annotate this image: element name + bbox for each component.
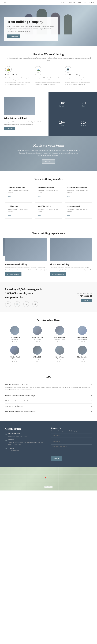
benefits-section: Team Building Benefits Increasing produc… [0,171,97,225]
social-in-0[interactable]: in [16,341,17,342]
service-name-2: Virtual teambuilding [65,74,92,76]
loved-right: Ready to speak with us? +1 213 333 66 55… [77,292,92,302]
loved-start-here-button[interactable]: Start Here [81,299,92,302]
experience-card-1: Virtual team building Lorem ipsum consec… [50,238,92,276]
social-fb-1[interactable]: f [35,341,35,342]
social-tw-5[interactable]: tw [36,360,38,362]
faq-item-3[interactable]: Who are your facilitators? ▾ [5,404,92,409]
hero-text: Lorem ipsum dolor sit amet, consectetur … [7,25,55,32]
benefit-text-2: Sample text. Click to select the Text El… [67,190,89,194]
form-input-0[interactable] [51,434,92,438]
social-fb-4[interactable]: f [12,360,13,362]
benefit-more-3[interactable]: more [8,214,11,216]
contact-submit-button[interactable]: Submit [51,456,62,461]
stat-item-0: 10kProjects [52,101,71,107]
team-avatar-0 [10,326,19,335]
motivate-title: Motivate your team [5,143,92,148]
exp-btn-1[interactable]: In-Person Activities [50,272,66,276]
faq-item-0[interactable]: How much lead time do we need? ▾ Lorem i… [5,382,92,393]
map-road-v [39,467,39,490]
benefit-more-1[interactable]: more [38,195,41,197]
map-road-h [0,479,97,479]
social-in-6[interactable]: in [61,360,62,362]
nav-link-home[interactable]: HOME [61,2,65,3]
social-in-7[interactable]: in [84,360,85,362]
team-avatar-4 [10,346,19,355]
contact-form-subtitle: You can reach us anytime via info@compan… [51,430,92,432]
service-icon-2: 💻 [65,66,71,72]
service-name-0: Outdoor Adventure [5,74,32,76]
team-avatar-2 [55,326,64,335]
benefit-title-4: Identifying leaders [38,205,59,207]
faq-item-4[interactable]: How do we choose the best event for our … [5,409,92,414]
service-desc-2: Lorem ipsum dolor sit amet text is repro… [65,77,92,85]
contact-detail-icon-0: ⚑ [5,433,7,436]
social-in-2[interactable]: in [61,341,62,342]
faq-item-2[interactable]: What are your insurance options? ▾ [5,398,92,404]
social-in-3[interactable]: in [84,341,85,342]
faq-answer-0: Lorem ipsum dolor sit amet, consectetur … [5,385,92,391]
exp-btn-0[interactable]: In-Person Activities [5,272,22,276]
team-name-6: Rob Wilson [50,356,69,358]
faq-chevron-4: ▾ [91,410,92,412]
benefits-grid: Increasing productivity Sample text. Cli… [5,184,92,218]
faq-question-1: What are good questions for team buildin… [5,394,35,397]
benefit-text-4: Sample text. Click to select the Text El… [38,208,59,212]
service-icon-0: 🏕️ [5,66,12,72]
benefit-more-4[interactable]: more [38,214,41,216]
benefit-more-5[interactable]: more [67,214,70,216]
team-card-6: Rob Wilson Manager f tw in [50,346,69,362]
nav-link-landing[interactable]: LANDING [68,2,75,3]
faq-question-0: How much lead time do we need? [5,383,28,385]
stat-number-1: 50+ [74,101,93,105]
social-tw-7[interactable]: tw [81,360,83,362]
benefit-text-1: Sample text. Click to select the Text El… [38,190,59,194]
form-input-2[interactable] [51,444,92,454]
service-name-1: Indoor Adventure [35,74,62,76]
social-fb-0[interactable]: f [12,341,13,342]
social-tw-0[interactable]: tw [14,341,15,342]
social-fb-3[interactable]: f [80,341,80,342]
company-icons-row: ◯📖◈◎ [5,301,44,307]
what-learn-more-button[interactable]: Learn More [4,127,15,130]
social-tw-1[interactable]: tw [36,341,38,342]
map-section: 📍 New York [0,467,97,490]
faq-chevron-0: ▾ [91,383,92,385]
social-in-5[interactable]: in [39,360,40,362]
social-fb-2[interactable]: f [57,341,58,342]
contact-detail-icon-2: ☎ [5,448,7,450]
form-input-1[interactable] [51,439,92,443]
benefit-more-0[interactable]: more [8,195,11,197]
team-card-2: Ann Richmond Associate, Partner f tw in [50,326,69,342]
social-tw-6[interactable]: tw [59,360,60,362]
social-tw-2[interactable]: tw [59,341,60,342]
nav-link-about-us[interactable]: ABOUT US [78,2,86,3]
motivate-section: Motivate your team Lorem ipsum dolor sit… [0,136,97,171]
contact-detail-value-2: +1 (555) 000-000 [9,449,19,451]
social-tw-4[interactable]: tw [14,360,15,362]
contact-section: Get in Touch ⚑ Sj Chart To Us Let me kno… [0,421,97,467]
social-tw-3[interactable]: tw [81,341,83,342]
motivate-learn-more-button[interactable]: Learn More [42,160,55,164]
contact-detail-label-1: Office [8,439,46,441]
nav-logo: logo [3,1,6,3]
benefit-title-2: Enhancing communication [67,186,89,188]
form-group-0 [51,434,92,438]
social-fb-5[interactable]: f [35,360,35,362]
benefit-title-0: Increasing productivity [8,186,30,188]
benefit-card-4: Identifying leaders Sample text. Click t… [35,202,62,218]
nav-link-page-a[interactable]: PAGE A [89,2,94,3]
contact-detail-info-1: Office Next to our office leg, 135 West … [8,439,46,445]
team-avatar-6 [55,346,64,355]
benefit-more-2[interactable]: more [67,195,70,197]
social-fb-7[interactable]: f [80,360,80,362]
social-in-4[interactable]: in [16,360,17,362]
hero-learn-more-button[interactable]: Learn More [7,34,20,38]
social-fb-6[interactable]: f [57,360,58,362]
company-icon-2: ◈ [23,301,29,307]
faq-item-1[interactable]: What are good questions for team buildin… [5,393,92,398]
map-label: New York [45,486,52,488]
social-in-1[interactable]: in [39,341,40,342]
team-grid: Nat Reynolds Co-Founder f tw in Jennie R… [5,326,92,362]
what-title: What is team building? [4,117,45,120]
